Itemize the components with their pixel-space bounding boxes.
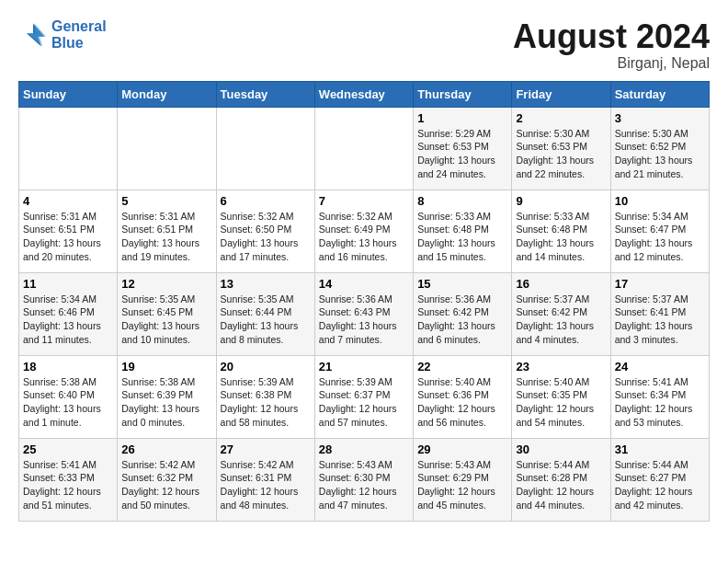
day-info: Sunrise: 5:34 AM Sunset: 6:46 PM Dayligh… xyxy=(23,293,113,347)
day-info: Sunrise: 5:36 AM Sunset: 6:43 PM Dayligh… xyxy=(319,293,409,347)
day-info: Sunrise: 5:30 AM Sunset: 6:52 PM Dayligh… xyxy=(615,127,705,181)
day-info: Sunrise: 5:40 AM Sunset: 6:35 PM Dayligh… xyxy=(516,375,606,430)
weekday-header-thursday: Thursday xyxy=(414,81,512,107)
day-info: Sunrise: 5:36 AM Sunset: 6:42 PM Dayligh… xyxy=(417,293,507,347)
calendar-cell: 24Sunrise: 5:41 AM Sunset: 6:34 PM Dayli… xyxy=(610,355,709,438)
calendar-cell xyxy=(314,107,413,190)
svg-marker-1 xyxy=(28,23,47,46)
calendar-cell: 4Sunrise: 5:31 AM Sunset: 6:51 PM Daylig… xyxy=(19,190,118,272)
day-info: Sunrise: 5:34 AM Sunset: 6:47 PM Dayligh… xyxy=(615,210,705,264)
day-number: 28 xyxy=(319,442,409,456)
calendar-cell: 9Sunrise: 5:33 AM Sunset: 6:48 PM Daylig… xyxy=(512,190,610,272)
day-info: Sunrise: 5:41 AM Sunset: 6:34 PM Dayligh… xyxy=(615,375,705,430)
day-number: 23 xyxy=(516,360,606,373)
day-info: Sunrise: 5:37 AM Sunset: 6:42 PM Dayligh… xyxy=(516,293,606,347)
day-info: Sunrise: 5:42 AM Sunset: 6:32 PM Dayligh… xyxy=(121,458,211,512)
day-info: Sunrise: 5:32 AM Sunset: 6:49 PM Dayligh… xyxy=(319,210,409,264)
day-number: 19 xyxy=(121,360,211,373)
calendar-cell xyxy=(118,107,216,190)
day-number: 18 xyxy=(23,360,113,373)
day-info: Sunrise: 5:33 AM Sunset: 6:48 PM Dayligh… xyxy=(417,210,507,264)
day-info: Sunrise: 5:44 AM Sunset: 6:28 PM Dayligh… xyxy=(516,458,606,512)
day-number: 15 xyxy=(417,277,507,291)
calendar-cell: 6Sunrise: 5:32 AM Sunset: 6:50 PM Daylig… xyxy=(216,190,314,272)
day-info: Sunrise: 5:38 AM Sunset: 6:39 PM Dayligh… xyxy=(121,375,211,430)
page-header: General Blue August 2024 Birganj, Nepal xyxy=(18,18,710,72)
day-number: 3 xyxy=(615,111,705,125)
day-number: 6 xyxy=(221,194,311,208)
calendar-cell xyxy=(19,107,118,190)
day-number: 24 xyxy=(615,360,705,373)
day-info: Sunrise: 5:39 AM Sunset: 6:38 PM Dayligh… xyxy=(221,375,311,430)
day-info: Sunrise: 5:33 AM Sunset: 6:48 PM Dayligh… xyxy=(516,210,606,264)
calendar-cell: 17Sunrise: 5:37 AM Sunset: 6:41 PM Dayli… xyxy=(610,272,709,355)
calendar-cell: 29Sunrise: 5:43 AM Sunset: 6:29 PM Dayli… xyxy=(414,438,512,521)
calendar-cell: 1Sunrise: 5:29 AM Sunset: 6:53 PM Daylig… xyxy=(414,107,512,190)
day-number: 27 xyxy=(221,442,311,456)
calendar-cell: 22Sunrise: 5:40 AM Sunset: 6:36 PM Dayli… xyxy=(414,355,512,438)
calendar-cell: 28Sunrise: 5:43 AM Sunset: 6:30 PM Dayli… xyxy=(314,438,413,521)
calendar-cell: 15Sunrise: 5:36 AM Sunset: 6:42 PM Dayli… xyxy=(414,272,512,355)
weekday-header-wednesday: Wednesday xyxy=(314,81,413,107)
logo-icon xyxy=(18,20,48,50)
day-number: 16 xyxy=(516,277,606,291)
day-number: 14 xyxy=(319,277,409,291)
calendar-body: 1Sunrise: 5:29 AM Sunset: 6:53 PM Daylig… xyxy=(19,107,710,521)
day-info: Sunrise: 5:35 AM Sunset: 6:44 PM Dayligh… xyxy=(221,293,311,347)
day-number: 7 xyxy=(319,194,409,208)
day-number: 8 xyxy=(417,194,507,208)
calendar-cell: 8Sunrise: 5:33 AM Sunset: 6:48 PM Daylig… xyxy=(414,190,512,272)
day-number: 22 xyxy=(417,360,507,373)
calendar-cell: 26Sunrise: 5:42 AM Sunset: 6:32 PM Dayli… xyxy=(118,438,216,521)
calendar-cell: 12Sunrise: 5:35 AM Sunset: 6:45 PM Dayli… xyxy=(118,272,216,355)
day-number: 30 xyxy=(516,442,606,456)
day-number: 4 xyxy=(23,194,113,208)
calendar-cell: 18Sunrise: 5:38 AM Sunset: 6:40 PM Dayli… xyxy=(19,355,118,438)
month-title: August 2024 xyxy=(513,18,710,55)
location: Birganj, Nepal xyxy=(513,55,710,72)
day-number: 5 xyxy=(121,194,211,208)
logo-text: General Blue xyxy=(51,18,107,51)
day-info: Sunrise: 5:35 AM Sunset: 6:45 PM Dayligh… xyxy=(121,293,211,347)
calendar-cell: 2Sunrise: 5:30 AM Sunset: 6:53 PM Daylig… xyxy=(512,107,610,190)
calendar-cell: 23Sunrise: 5:40 AM Sunset: 6:35 PM Dayli… xyxy=(512,355,610,438)
calendar-cell: 7Sunrise: 5:32 AM Sunset: 6:49 PM Daylig… xyxy=(314,190,413,272)
weekday-header-sunday: Sunday xyxy=(19,81,118,107)
day-number: 21 xyxy=(319,360,409,373)
calendar-cell: 20Sunrise: 5:39 AM Sunset: 6:38 PM Dayli… xyxy=(216,355,314,438)
day-number: 25 xyxy=(23,442,113,456)
day-number: 17 xyxy=(615,277,705,291)
calendar-cell: 11Sunrise: 5:34 AM Sunset: 6:46 PM Dayli… xyxy=(19,272,118,355)
day-info: Sunrise: 5:39 AM Sunset: 6:37 PM Dayligh… xyxy=(319,375,409,430)
weekday-row: SundayMondayTuesdayWednesdayThursdayFrid… xyxy=(19,81,710,107)
calendar-cell: 10Sunrise: 5:34 AM Sunset: 6:47 PM Dayli… xyxy=(610,190,709,272)
day-info: Sunrise: 5:30 AM Sunset: 6:53 PM Dayligh… xyxy=(516,127,606,181)
day-number: 13 xyxy=(221,277,311,291)
calendar-cell: 19Sunrise: 5:38 AM Sunset: 6:39 PM Dayli… xyxy=(118,355,216,438)
day-info: Sunrise: 5:37 AM Sunset: 6:41 PM Dayligh… xyxy=(615,293,705,347)
day-number: 12 xyxy=(121,277,211,291)
day-info: Sunrise: 5:31 AM Sunset: 6:51 PM Dayligh… xyxy=(121,210,211,264)
day-info: Sunrise: 5:40 AM Sunset: 6:36 PM Dayligh… xyxy=(417,375,507,430)
day-number: 31 xyxy=(615,442,705,456)
day-number: 26 xyxy=(121,442,211,456)
logo: General Blue xyxy=(18,18,107,51)
day-info: Sunrise: 5:31 AM Sunset: 6:51 PM Dayligh… xyxy=(23,210,113,264)
title-block: August 2024 Birganj, Nepal xyxy=(513,18,710,72)
day-number: 29 xyxy=(417,442,507,456)
calendar-cell: 14Sunrise: 5:36 AM Sunset: 6:43 PM Dayli… xyxy=(314,272,413,355)
day-number: 9 xyxy=(516,194,606,208)
weekday-header-friday: Friday xyxy=(512,81,610,107)
calendar-week-1: 1Sunrise: 5:29 AM Sunset: 6:53 PM Daylig… xyxy=(19,107,710,190)
calendar-cell: 5Sunrise: 5:31 AM Sunset: 6:51 PM Daylig… xyxy=(118,190,216,272)
day-info: Sunrise: 5:32 AM Sunset: 6:50 PM Dayligh… xyxy=(221,210,311,264)
day-number: 1 xyxy=(417,111,507,125)
day-info: Sunrise: 5:43 AM Sunset: 6:29 PM Dayligh… xyxy=(417,458,507,512)
calendar-cell: 3Sunrise: 5:30 AM Sunset: 6:52 PM Daylig… xyxy=(610,107,709,190)
day-number: 10 xyxy=(615,194,705,208)
weekday-header-saturday: Saturday xyxy=(610,81,709,107)
day-info: Sunrise: 5:44 AM Sunset: 6:27 PM Dayligh… xyxy=(615,458,705,512)
day-info: Sunrise: 5:38 AM Sunset: 6:40 PM Dayligh… xyxy=(23,375,113,430)
weekday-header-monday: Monday xyxy=(118,81,216,107)
calendar-week-2: 4Sunrise: 5:31 AM Sunset: 6:51 PM Daylig… xyxy=(19,190,710,272)
